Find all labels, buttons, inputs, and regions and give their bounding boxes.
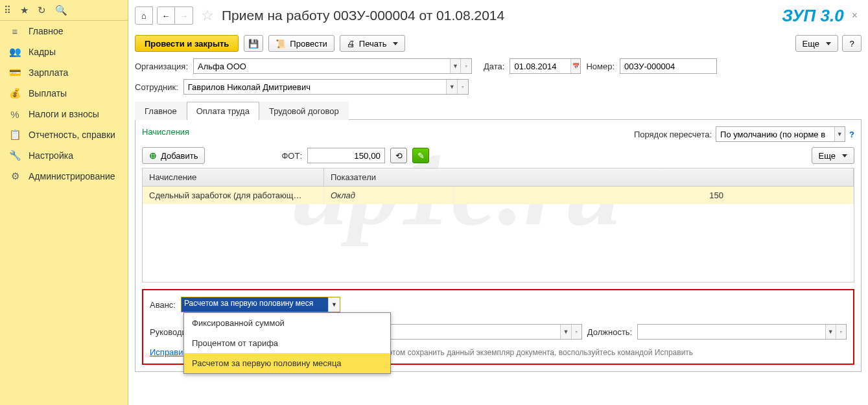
fot-input[interactable] bbox=[307, 148, 385, 163]
avans-label: Аванс: bbox=[150, 300, 176, 310]
accruals-table: Начисление Показатели Сдельный заработок… bbox=[142, 168, 854, 283]
forward-button[interactable]: → bbox=[175, 6, 193, 25]
position-input[interactable] bbox=[638, 325, 825, 339]
nav-icon: ≡ bbox=[9, 25, 21, 37]
save-button[interactable]: 💾 bbox=[244, 35, 263, 52]
number-field[interactable] bbox=[620, 58, 717, 74]
sidebar-item-1[interactable]: 👥Кадры bbox=[0, 41, 128, 62]
tabs: Главное Оплата труда Трудовой договор bbox=[135, 101, 862, 120]
document-title: Прием на работу 00ЗУ-000004 от 01.08.201… bbox=[222, 8, 504, 23]
refresh-button[interactable]: ⟲ bbox=[390, 148, 407, 163]
tab-main[interactable]: Главное bbox=[135, 102, 187, 120]
post-and-close-button[interactable]: Провести и закрыть bbox=[135, 35, 239, 52]
open-icon[interactable]: ▫ bbox=[836, 325, 846, 339]
dropdown-icon[interactable]: ▼ bbox=[825, 325, 836, 339]
date-input[interactable] bbox=[510, 59, 570, 73]
avans-option-calc[interactable]: Расчетом за первую половину месяца bbox=[184, 353, 390, 373]
date-label: Дата: bbox=[484, 62, 504, 71]
dropdown-icon[interactable]: ▼ bbox=[834, 127, 845, 141]
manager-combo[interactable]: ▼ ▫ bbox=[368, 324, 582, 340]
sidebar-item-0[interactable]: ≡Главное bbox=[0, 21, 128, 41]
table-more-button[interactable]: Еще bbox=[812, 147, 854, 164]
main-area: up1c.ru ⌂ ← → ☆ Прием на работу 00ЗУ-000… bbox=[128, 0, 868, 405]
star-icon[interactable]: ★ bbox=[20, 5, 29, 16]
open-icon[interactable]: ▫ bbox=[571, 325, 581, 339]
org-label: Организация: bbox=[135, 62, 188, 71]
avans-dropdown: Фиксированной суммой Процентом от тарифа… bbox=[183, 312, 391, 374]
tab-contract[interactable]: Трудовой договор bbox=[259, 102, 349, 120]
favorite-star-icon[interactable]: ☆ bbox=[201, 7, 214, 24]
nav-label: Настройка bbox=[29, 150, 73, 161]
apps-icon[interactable]: ⠿ bbox=[4, 5, 11, 16]
nav-label: Кадры bbox=[29, 47, 56, 57]
manager-input[interactable] bbox=[369, 325, 561, 339]
number-label: Номер: bbox=[586, 62, 615, 71]
cell-value: 150 bbox=[454, 187, 854, 204]
sidebar-item-7[interactable]: ⚙Администрирование bbox=[0, 166, 128, 187]
employee-combo[interactable]: ▼ ▫ bbox=[183, 79, 469, 95]
nav-label: Налоги и взносы bbox=[29, 109, 99, 119]
date-field[interactable]: 📅 bbox=[510, 58, 581, 74]
org-input[interactable] bbox=[194, 59, 450, 73]
col-accrual: Начисление bbox=[143, 168, 324, 186]
recalc-order-input[interactable] bbox=[716, 127, 834, 141]
nav-label: Администрирование bbox=[29, 171, 115, 181]
cell-indicator: Оклад bbox=[324, 187, 454, 204]
calendar-icon[interactable]: 📅 bbox=[570, 59, 580, 73]
recalc-order-combo[interactable]: ▼ bbox=[716, 126, 845, 142]
close-button[interactable]: × bbox=[848, 10, 862, 21]
print-button[interactable]: 🖨Печать bbox=[340, 35, 406, 52]
tab-payment[interactable]: Оплата труда bbox=[187, 102, 259, 120]
nav-icon: 🔧 bbox=[9, 150, 21, 161]
dropdown-icon[interactable]: ▼ bbox=[328, 297, 340, 312]
post-button[interactable]: 📜Провести bbox=[268, 35, 334, 52]
more-button[interactable]: Еще bbox=[795, 35, 838, 52]
add-button[interactable]: ⊕Добавить bbox=[142, 147, 205, 164]
nav-label: Зарплата bbox=[29, 67, 68, 78]
table-row[interactable]: Сдельный заработок (для работающ… Оклад … bbox=[143, 187, 854, 204]
nav-icon: 💳 bbox=[9, 67, 21, 78]
nav-icon: 💰 bbox=[9, 87, 21, 99]
sidebar: ⠿ ★ ↻ 🔍 ≡Главное👥Кадры💳Зарплата💰Выплаты%… bbox=[0, 0, 128, 405]
sidebar-item-5[interactable]: 📋Отчетность, справки bbox=[0, 124, 128, 145]
version-label: ЗУП 3.0 bbox=[782, 6, 843, 26]
apply-button[interactable]: ✎ bbox=[412, 148, 429, 163]
sidebar-item-2[interactable]: 💳Зарплата bbox=[0, 62, 128, 83]
org-combo[interactable]: ▼ ▫ bbox=[193, 58, 472, 74]
nav-label: Главное bbox=[29, 26, 64, 36]
home-button[interactable]: ⌂ bbox=[135, 6, 153, 25]
back-button[interactable]: ← bbox=[157, 6, 175, 25]
dropdown-icon[interactable]: ▼ bbox=[450, 59, 461, 73]
employee-input[interactable] bbox=[184, 80, 447, 94]
dropdown-icon[interactable]: ▼ bbox=[560, 325, 570, 339]
employee-label: Сотрудник: bbox=[135, 82, 178, 92]
fot-label: ФОТ: bbox=[281, 151, 302, 161]
col-indicators: Показатели bbox=[324, 168, 854, 186]
open-icon[interactable]: ▫ bbox=[460, 59, 471, 73]
open-icon[interactable]: ▫ bbox=[457, 80, 468, 94]
titlebar: ⌂ ← → ☆ Прием на работу 00ЗУ-000004 от 0… bbox=[135, 0, 862, 31]
sidebar-item-4[interactable]: %Налоги и взносы bbox=[0, 104, 128, 124]
dropdown-icon[interactable]: ▼ bbox=[446, 80, 457, 94]
sidebar-item-3[interactable]: 💰Выплаты bbox=[0, 83, 128, 104]
help-button[interactable]: ? bbox=[842, 35, 862, 52]
position-label: Должность: bbox=[587, 327, 632, 337]
sidebar-item-6[interactable]: 🔧Настройка bbox=[0, 145, 128, 166]
nav-label: Отчетность, справки bbox=[29, 130, 115, 140]
number-input[interactable] bbox=[620, 59, 716, 73]
accruals-title: Начисления bbox=[142, 127, 189, 137]
nav-icon: 👥 bbox=[9, 46, 21, 58]
avans-option-percent[interactable]: Процентом от тарифа bbox=[184, 333, 390, 353]
search-icon[interactable]: 🔍 bbox=[55, 5, 67, 16]
avans-option-fixed[interactable]: Фиксированной суммой bbox=[184, 313, 390, 333]
plus-icon: ⊕ bbox=[149, 150, 157, 161]
correct-link[interactable]: Исправи bbox=[150, 347, 183, 357]
help-link[interactable]: ? bbox=[849, 130, 854, 139]
avans-combo[interactable]: Расчетом за первую половину меся ▼ bbox=[181, 297, 340, 312]
recalc-order-label: Порядок пересчета: bbox=[634, 130, 712, 139]
correct-hint: ри этом сохранить данный экземпляр докум… bbox=[378, 348, 694, 357]
manager-label: Руководи bbox=[150, 327, 187, 337]
tab-body: Начисления Порядок пересчета: ▼ ? ⊕Добав… bbox=[135, 120, 862, 372]
position-combo[interactable]: ▼ ▫ bbox=[637, 324, 847, 340]
history-icon[interactable]: ↻ bbox=[38, 5, 46, 16]
